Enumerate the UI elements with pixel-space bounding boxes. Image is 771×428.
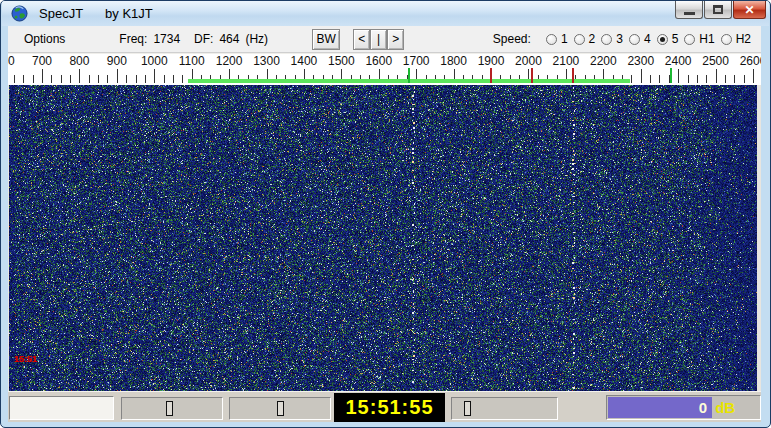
- ruler-tick: [182, 75, 183, 83]
- speed-radio-label: 1: [561, 32, 568, 46]
- freq-readout: Freq: 1734 DF: 464 (Hz): [119, 32, 268, 46]
- ruler-label: 2000: [511, 54, 545, 68]
- ruler-label: 2600: [736, 54, 761, 68]
- progress-box: [9, 396, 114, 420]
- globe-icon[interactable]: [11, 5, 28, 22]
- slider-2-thumb[interactable]: [277, 401, 284, 416]
- ruler-tick: [753, 69, 754, 83]
- ruler-tick: [706, 75, 707, 83]
- speed-radio-4[interactable]: 4: [629, 32, 651, 46]
- radio-icon: [629, 34, 640, 45]
- radio-icon: [546, 34, 557, 45]
- db-unit: dB: [715, 399, 735, 416]
- speed-radio-H1[interactable]: H1: [684, 32, 714, 46]
- speed-radio-label: H1: [699, 32, 714, 46]
- ruler-label: 1000: [137, 54, 171, 68]
- ruler-label: 1800: [437, 54, 471, 68]
- ruler-tick: [61, 75, 62, 83]
- frequency-ruler[interactable]: 6007008009001000110012001300140015001600…: [8, 54, 761, 85]
- slider-3-thumb[interactable]: [464, 401, 471, 416]
- db-readout: 0dB: [699, 399, 735, 416]
- ruler-tick: [173, 75, 174, 83]
- ruler-tick: [744, 75, 745, 83]
- speed-radio-1[interactable]: 1: [546, 32, 568, 46]
- db-meter: 0dB: [606, 395, 761, 420]
- red-freq-marker: [531, 68, 533, 83]
- ruler-label: 2400: [661, 54, 695, 68]
- speed-radios: 12345H1H2: [540, 32, 751, 46]
- ruler-label: 2200: [586, 54, 620, 68]
- ruler-tick: [659, 75, 660, 83]
- radio-icon: [657, 34, 668, 45]
- title-bar: SpecJT by K1JT ✕: [2, 1, 769, 26]
- ruler-label: 900: [100, 54, 134, 68]
- ruler-tick: [107, 75, 108, 83]
- options-menu[interactable]: Options: [20, 30, 69, 48]
- df-label: DF:: [194, 32, 213, 46]
- waterfall-display[interactable]: [9, 85, 757, 391]
- waterfall-area: [8, 85, 761, 391]
- ruler-label: 600: [8, 54, 22, 68]
- ruler-tick: [164, 75, 165, 83]
- green-freq-marker: [408, 68, 410, 83]
- ruler-tick: [14, 75, 15, 83]
- ruler-label: 2500: [699, 54, 733, 68]
- ruler-label: 1400: [287, 54, 321, 68]
- ruler-tick: [117, 69, 118, 83]
- db-value: 0: [699, 399, 707, 416]
- red-freq-marker: [490, 68, 492, 83]
- speed-label: Speed:: [493, 32, 531, 46]
- green-freq-marker: [670, 68, 672, 83]
- speed-radio-label: 5: [672, 32, 679, 46]
- window-controls: ✕: [675, 1, 766, 19]
- radio-icon: [574, 34, 585, 45]
- minimize-button[interactable]: [675, 1, 703, 19]
- speed-radio-label: 3: [616, 32, 623, 46]
- radio-icon: [601, 34, 612, 45]
- slider-1[interactable]: [121, 397, 223, 420]
- ruler-tick: [631, 75, 632, 83]
- ruler-tick: [136, 75, 137, 83]
- speed-radio-H2[interactable]: H2: [721, 32, 751, 46]
- close-icon: ✕: [744, 3, 754, 17]
- ruler-tick: [70, 75, 71, 83]
- nav-right-button[interactable]: >: [387, 29, 404, 50]
- speed-radio-5[interactable]: 5: [657, 32, 679, 46]
- ruler-label: 1500: [324, 54, 358, 68]
- ruler-tick: [33, 75, 34, 83]
- status-bar: 15:51:55 0dB: [8, 391, 761, 422]
- slider-3[interactable]: [451, 397, 558, 420]
- speed-radio-3[interactable]: 3: [601, 32, 623, 46]
- ruler-tick: [79, 69, 80, 83]
- ruler-tick: [51, 75, 52, 83]
- specjt-window: SpecJT by K1JT ✕ Options Freq: 1734 DF: …: [0, 0, 771, 428]
- close-button[interactable]: ✕: [733, 1, 766, 19]
- slider-2[interactable]: [229, 397, 331, 420]
- maximize-button[interactable]: [704, 1, 732, 19]
- ruler-tick: [650, 75, 651, 83]
- slider-1-thumb[interactable]: [166, 401, 173, 416]
- speed-group: Speed: 12345H1H2: [493, 32, 751, 46]
- ruler-tick: [725, 75, 726, 83]
- maximize-icon: [713, 5, 723, 14]
- ruler-label: 1900: [474, 54, 508, 68]
- nav-center-button[interactable]: |: [370, 29, 387, 50]
- ruler-tick: [688, 75, 689, 83]
- ruler-tick: [697, 75, 698, 83]
- freq-nav-buttons: < | >: [353, 29, 404, 50]
- speed-radio-label: 4: [644, 32, 651, 46]
- ruler-label: 1600: [362, 54, 396, 68]
- nav-left-button[interactable]: <: [353, 29, 370, 50]
- df-value: 464: [219, 32, 239, 46]
- speed-radio-2[interactable]: 2: [574, 32, 596, 46]
- ruler-tick: [734, 75, 735, 83]
- radio-icon: [721, 34, 732, 45]
- freq-value: 1734: [153, 32, 180, 46]
- ruler-label: 1300: [250, 54, 284, 68]
- speed-radio-label: H2: [736, 32, 751, 46]
- window-title: SpecJT: [39, 6, 83, 21]
- ruler-tick: [641, 69, 642, 83]
- bw-button[interactable]: BW: [312, 29, 340, 50]
- ruler-label: 2100: [549, 54, 583, 68]
- ruler-tick: [42, 69, 43, 83]
